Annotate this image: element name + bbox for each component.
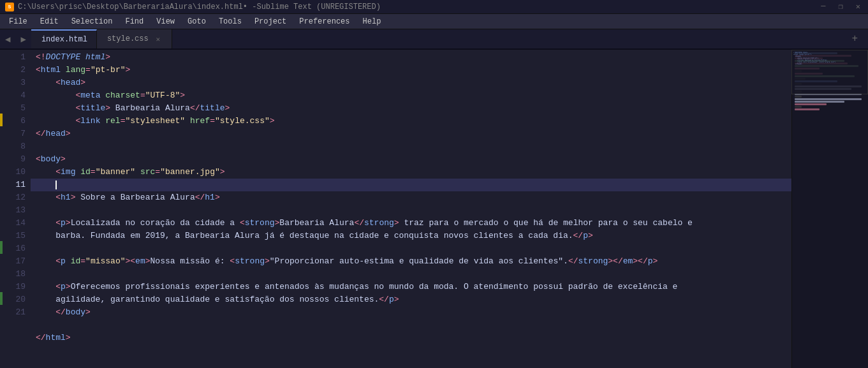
gutter-12	[0, 190, 5, 203]
line-num-8: 8	[5, 140, 26, 153]
editor: 1 2 3 4 5 6 7 8 9 10 11 12 13 14 15 16 1…	[0, 50, 868, 368]
line-numbers: 1 2 3 4 5 6 7 8 9 10 11 12 13 14 15 16 1…	[5, 50, 31, 368]
gutter-13	[0, 203, 5, 216]
gutter-3	[0, 75, 5, 88]
tab-close-style-css[interactable]: ✕	[154, 34, 163, 43]
menu-tools[interactable]: Tools	[212, 15, 248, 28]
tab-scroll-left[interactable]: ◀	[0, 29, 15, 48]
line-num-9: 9	[5, 153, 26, 166]
code-line-8	[31, 140, 791, 153]
code-line-1: <!DOCTYPE html>	[31, 51, 791, 64]
maximize-button[interactable]: ❐	[836, 2, 846, 11]
line-num-21: 21	[5, 306, 26, 319]
line-num-2: 2	[5, 64, 26, 77]
syntax-tag-close: >	[105, 51, 110, 64]
menu-preferences[interactable]: Preferences	[293, 15, 356, 28]
title-appname: Sublime Text (UNREGISTERED)	[256, 3, 380, 11]
tab-label: style.css	[107, 34, 149, 43]
new-tab-button[interactable]: +	[846, 33, 863, 45]
syntax-tagname: html	[41, 64, 61, 77]
menu-file[interactable]: File	[3, 15, 34, 28]
code-line-21: </html>	[31, 332, 791, 344]
line-num-20: 20	[5, 293, 26, 306]
menu-selection[interactable]: Selection	[65, 15, 119, 28]
gutter-8	[0, 139, 5, 152]
tab-bar: ◀ ▶ index.html style.css ✕ +	[0, 29, 868, 50]
minimap-line-17	[795, 96, 802, 98]
minimize-button[interactable]: —	[818, 2, 828, 11]
line-num-12: 12	[5, 191, 26, 204]
title-separator: • -	[243, 3, 257, 11]
gutter-11	[0, 177, 5, 190]
code-line-18b: agilidade, garantindo qualidade e satisf…	[31, 293, 791, 306]
menu-goto[interactable]: Goto	[181, 15, 212, 28]
code-line-3: <head>	[31, 77, 791, 89]
gutter-7	[0, 126, 5, 139]
line-num-18: 18	[5, 268, 26, 281]
minimap-line-18	[795, 98, 862, 100]
line-num-11: 11	[5, 179, 26, 191]
gutter-18	[0, 267, 5, 279]
minimap-preview-thumbnail: <!DOCTYPE html> <html lang="pt-br"> <hea…	[791, 50, 868, 94]
tab-style-css[interactable]: style.css ✕	[97, 29, 172, 48]
gutter-2	[0, 63, 5, 75]
gutter-21	[0, 305, 5, 318]
syntax-doctype: <!	[36, 51, 46, 64]
code-line-16: <p id="missao"><em>Nossa missão é: <stro…	[31, 255, 791, 268]
gutter-6	[0, 114, 3, 126]
menu-project[interactable]: Project	[248, 15, 293, 28]
tab-index-html[interactable]: index.html	[31, 29, 97, 48]
minimap-line-18b	[795, 101, 844, 103]
code-line-4: <meta charset="UTF-8">	[31, 89, 791, 102]
tab-label: index.html	[41, 35, 87, 44]
line-num-10: 10	[5, 166, 26, 179]
gutter-19	[0, 279, 5, 292]
line-num-16: 16	[5, 242, 26, 255]
code-editor[interactable]: <!DOCTYPE html> <html lang="pt-br"> <hea…	[31, 50, 791, 368]
code-line-20	[31, 319, 791, 332]
gutter-17	[0, 254, 5, 267]
code-line-11	[31, 179, 791, 191]
menu-help[interactable]: Help	[357, 15, 388, 28]
line-num-6: 6	[5, 115, 26, 128]
gutter-15	[0, 228, 5, 241]
line-num-15: 15	[5, 230, 26, 242]
line-num-5: 5	[5, 102, 26, 115]
menu-view[interactable]: View	[150, 15, 181, 28]
code-line-9: <body>	[31, 153, 791, 166]
gutter-16	[0, 241, 3, 254]
gutter-9	[0, 152, 5, 165]
close-button[interactable]: ✕	[853, 2, 863, 11]
code-line-18: <p>Oferecemos profissionais experientes …	[31, 281, 791, 293]
gutter-1	[0, 50, 5, 63]
code-line-6: <link rel="stylesheet" href="style.css">	[31, 115, 791, 128]
line-num-3: 3	[5, 77, 26, 89]
syntax-doctype-text: DOCTYPE html	[46, 51, 106, 64]
gutter-4	[0, 88, 5, 101]
code-line-13	[31, 204, 791, 217]
code-line-2: <html lang="pt-br">	[31, 64, 791, 77]
gutter-10	[0, 165, 5, 177]
code-line-14: <p>Localizada no coração da cidade a <st…	[31, 217, 791, 230]
code-line-7: </head>	[31, 128, 791, 140]
line-num-17: 17	[5, 255, 26, 268]
line-num-1: 1	[5, 51, 26, 64]
code-line-10: <img id="banner" src="banner.jpg">	[31, 166, 791, 179]
code-line-14b: barba. Fundada em 2019, a Barbearia Alur…	[31, 230, 791, 242]
title-path: C:\Users\prisc\Desktop\BarberariaAlura\i…	[18, 3, 243, 11]
text-cursor	[55, 180, 57, 189]
menu-find[interactable]: Find	[119, 15, 150, 28]
syntax-tag: <	[36, 64, 41, 77]
line-num-4: 4	[5, 89, 26, 102]
tab-scroll-right[interactable]: ▶	[15, 29, 31, 48]
code-line-5: <title> Barbearia Alura</title>	[31, 102, 791, 115]
code-line-19: </body>	[31, 306, 791, 319]
gutter-20	[0, 292, 3, 305]
minimap-line-21	[795, 108, 820, 110]
editor-gutter	[0, 50, 5, 368]
code-line-15	[31, 242, 791, 255]
title-bar: S C:\Users\prisc\Desktop\BarberariaAlura…	[0, 0, 868, 14]
menu-edit[interactable]: Edit	[34, 15, 65, 28]
gutter-14	[0, 216, 5, 228]
line-num-19: 19	[5, 281, 26, 293]
